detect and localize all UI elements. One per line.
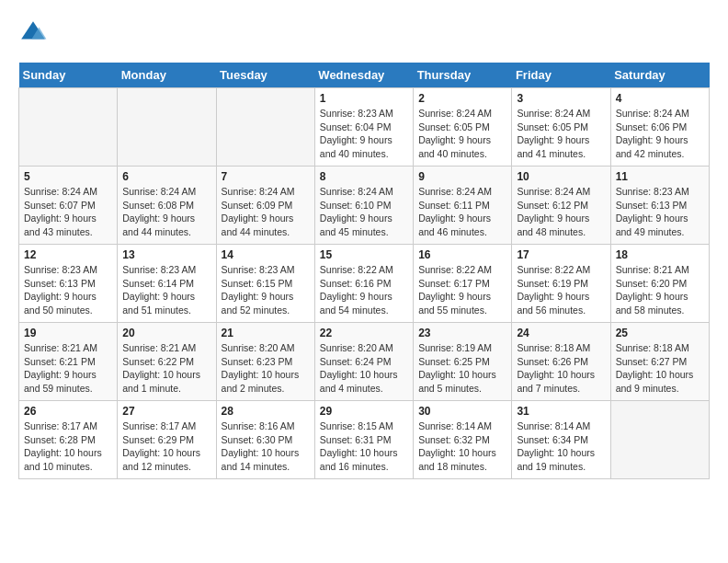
- day-number: 7: [222, 170, 310, 183]
- day-number: 30: [418, 405, 506, 418]
- calendar-cell: 18Sunrise: 8:21 AM Sunset: 6:20 PM Dayli…: [610, 245, 709, 323]
- day-number: 23: [418, 327, 506, 339]
- calendar-cell: 3Sunrise: 8:24 AM Sunset: 6:05 PM Daylig…: [512, 88, 610, 167]
- day-number: 13: [122, 248, 210, 261]
- day-number: 21: [222, 327, 310, 339]
- day-info: Sunrise: 8:22 AM Sunset: 6:17 PM Dayligh…: [418, 263, 506, 317]
- day-info: Sunrise: 8:17 AM Sunset: 6:28 PM Dayligh…: [24, 419, 112, 474]
- calendar-cell: 20Sunrise: 8:21 AM Sunset: 6:22 PM Dayli…: [118, 323, 216, 401]
- calendar-cell: 24Sunrise: 8:18 AM Sunset: 6:26 PM Dayli…: [512, 323, 610, 401]
- day-info: Sunrise: 8:23 AM Sunset: 6:14 PM Dayligh…: [122, 263, 210, 317]
- calendar-cell: 5Sunrise: 8:24 AM Sunset: 6:07 PM Daylig…: [19, 167, 118, 245]
- calendar-cell: 6Sunrise: 8:24 AM Sunset: 6:08 PM Daylig…: [118, 167, 216, 245]
- calendar-cell: [19, 88, 118, 167]
- day-info: Sunrise: 8:18 AM Sunset: 6:27 PM Dayligh…: [616, 341, 704, 396]
- page-header: [18, 18, 710, 48]
- calendar-cell: 13Sunrise: 8:23 AM Sunset: 6:14 PM Dayli…: [118, 245, 216, 323]
- calendar-cell: 25Sunrise: 8:18 AM Sunset: 6:27 PM Dayli…: [610, 323, 709, 401]
- day-info: Sunrise: 8:23 AM Sunset: 6:15 PM Dayligh…: [222, 263, 310, 317]
- calendar-cell: 28Sunrise: 8:16 AM Sunset: 6:30 PM Dayli…: [216, 401, 314, 479]
- day-number: 6: [122, 170, 210, 183]
- calendar-cell: 22Sunrise: 8:20 AM Sunset: 6:24 PM Dayli…: [314, 323, 413, 401]
- day-info: Sunrise: 8:21 AM Sunset: 6:22 PM Dayligh…: [122, 341, 210, 396]
- weekday-header-monday: Monday: [118, 63, 216, 88]
- day-number: 5: [24, 170, 112, 183]
- day-info: Sunrise: 8:24 AM Sunset: 6:05 PM Dayligh…: [418, 107, 506, 161]
- logo: [18, 18, 51, 48]
- day-number: 10: [517, 170, 605, 183]
- day-number: 25: [616, 327, 704, 339]
- day-info: Sunrise: 8:24 AM Sunset: 6:10 PM Dayligh…: [320, 185, 408, 239]
- day-info: Sunrise: 8:23 AM Sunset: 6:04 PM Dayligh…: [320, 107, 408, 161]
- calendar-cell: [118, 88, 216, 167]
- day-info: Sunrise: 8:24 AM Sunset: 6:11 PM Dayligh…: [418, 185, 506, 239]
- day-info: Sunrise: 8:24 AM Sunset: 6:07 PM Dayligh…: [24, 185, 112, 239]
- weekday-header-sunday: Sunday: [19, 63, 118, 88]
- calendar-cell: 21Sunrise: 8:20 AM Sunset: 6:23 PM Dayli…: [216, 323, 314, 401]
- day-number: 22: [320, 327, 408, 339]
- day-info: Sunrise: 8:23 AM Sunset: 6:13 PM Dayligh…: [616, 185, 704, 239]
- calendar-cell: 30Sunrise: 8:14 AM Sunset: 6:32 PM Dayli…: [414, 401, 512, 479]
- day-info: Sunrise: 8:18 AM Sunset: 6:26 PM Dayligh…: [517, 341, 605, 396]
- day-number: 8: [320, 170, 408, 183]
- weekday-header-thursday: Thursday: [414, 63, 512, 88]
- calendar-cell: 23Sunrise: 8:19 AM Sunset: 6:25 PM Dayli…: [414, 323, 512, 401]
- calendar-cell: 8Sunrise: 8:24 AM Sunset: 6:10 PM Daylig…: [314, 167, 413, 245]
- day-info: Sunrise: 8:17 AM Sunset: 6:29 PM Dayligh…: [122, 419, 210, 474]
- day-info: Sunrise: 8:22 AM Sunset: 6:16 PM Dayligh…: [320, 263, 408, 317]
- day-info: Sunrise: 8:24 AM Sunset: 6:09 PM Dayligh…: [222, 185, 310, 239]
- day-info: Sunrise: 8:21 AM Sunset: 6:20 PM Dayligh…: [616, 263, 704, 317]
- calendar-cell: 12Sunrise: 8:23 AM Sunset: 6:13 PM Dayli…: [19, 245, 118, 323]
- weekday-header-friday: Friday: [512, 63, 610, 88]
- day-number: 27: [122, 405, 210, 418]
- day-number: 19: [24, 327, 112, 339]
- day-info: Sunrise: 8:24 AM Sunset: 6:05 PM Dayligh…: [517, 107, 605, 161]
- calendar-cell: [216, 88, 314, 167]
- day-number: 18: [616, 248, 704, 261]
- calendar-week-row: 12Sunrise: 8:23 AM Sunset: 6:13 PM Dayli…: [19, 245, 710, 323]
- day-number: 20: [122, 327, 210, 339]
- calendar-cell: 27Sunrise: 8:17 AM Sunset: 6:29 PM Dayli…: [118, 401, 216, 479]
- day-number: 17: [517, 248, 605, 261]
- calendar-cell: 29Sunrise: 8:15 AM Sunset: 6:31 PM Dayli…: [314, 401, 413, 479]
- day-number: 2: [418, 92, 506, 105]
- calendar-table: SundayMondayTuesdayWednesdayThursdayFrid…: [18, 63, 710, 479]
- day-number: 15: [320, 248, 408, 261]
- calendar-week-row: 19Sunrise: 8:21 AM Sunset: 6:21 PM Dayli…: [19, 323, 710, 401]
- calendar-cell: 11Sunrise: 8:23 AM Sunset: 6:13 PM Dayli…: [610, 167, 709, 245]
- day-number: 14: [222, 248, 310, 261]
- calendar-cell: 31Sunrise: 8:14 AM Sunset: 6:34 PM Dayli…: [512, 401, 610, 479]
- day-number: 3: [517, 92, 605, 105]
- day-info: Sunrise: 8:14 AM Sunset: 6:34 PM Dayligh…: [517, 419, 605, 474]
- weekday-header-row: SundayMondayTuesdayWednesdayThursdayFrid…: [19, 63, 710, 88]
- calendar-cell: 26Sunrise: 8:17 AM Sunset: 6:28 PM Dayli…: [19, 401, 118, 479]
- day-info: Sunrise: 8:22 AM Sunset: 6:19 PM Dayligh…: [517, 263, 605, 317]
- calendar-cell: 10Sunrise: 8:24 AM Sunset: 6:12 PM Dayli…: [512, 167, 610, 245]
- logo-icon: [18, 18, 48, 48]
- calendar-week-row: 1Sunrise: 8:23 AM Sunset: 6:04 PM Daylig…: [19, 88, 710, 167]
- day-number: 11: [616, 170, 704, 183]
- day-number: 9: [418, 170, 506, 183]
- day-info: Sunrise: 8:16 AM Sunset: 6:30 PM Dayligh…: [222, 419, 310, 474]
- calendar-cell: 2Sunrise: 8:24 AM Sunset: 6:05 PM Daylig…: [414, 88, 512, 167]
- day-info: Sunrise: 8:23 AM Sunset: 6:13 PM Dayligh…: [24, 263, 112, 317]
- day-info: Sunrise: 8:15 AM Sunset: 6:31 PM Dayligh…: [320, 419, 408, 474]
- calendar-cell: 19Sunrise: 8:21 AM Sunset: 6:21 PM Dayli…: [19, 323, 118, 401]
- weekday-header-wednesday: Wednesday: [314, 63, 413, 88]
- day-number: 31: [517, 405, 605, 418]
- calendar-cell: 4Sunrise: 8:24 AM Sunset: 6:06 PM Daylig…: [610, 88, 709, 167]
- day-number: 28: [222, 405, 310, 418]
- day-number: 26: [24, 405, 112, 418]
- calendar-cell: 1Sunrise: 8:23 AM Sunset: 6:04 PM Daylig…: [314, 88, 413, 167]
- day-number: 16: [418, 248, 506, 261]
- day-info: Sunrise: 8:19 AM Sunset: 6:25 PM Dayligh…: [418, 341, 506, 396]
- weekday-header-saturday: Saturday: [610, 63, 709, 88]
- day-info: Sunrise: 8:24 AM Sunset: 6:08 PM Dayligh…: [122, 185, 210, 239]
- day-number: 1: [320, 92, 408, 105]
- calendar-cell: 7Sunrise: 8:24 AM Sunset: 6:09 PM Daylig…: [216, 167, 314, 245]
- calendar-cell: 15Sunrise: 8:22 AM Sunset: 6:16 PM Dayli…: [314, 245, 413, 323]
- calendar-week-row: 5Sunrise: 8:24 AM Sunset: 6:07 PM Daylig…: [19, 167, 710, 245]
- day-number: 12: [24, 248, 112, 261]
- day-info: Sunrise: 8:24 AM Sunset: 6:12 PM Dayligh…: [517, 185, 605, 239]
- day-number: 29: [320, 405, 408, 418]
